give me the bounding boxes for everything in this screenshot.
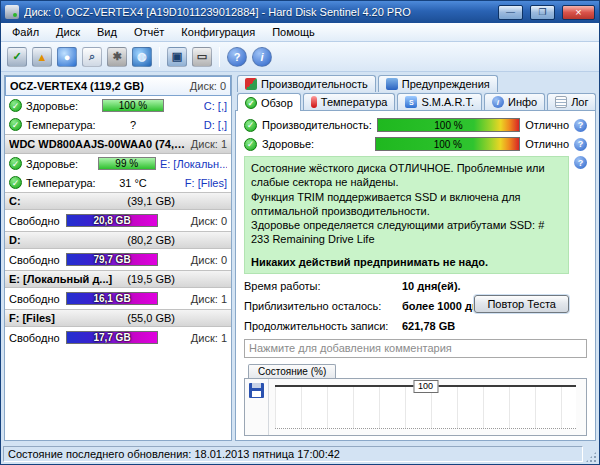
tab-label: Производительность [261,78,368,90]
partition-entry-header[interactable]: F: [Files] (55,0 GB) [5,309,231,327]
status-bar: Состояние последнего обновления: 18.01.2… [1,444,599,464]
partition-letter[interactable]: D: [,] [204,119,227,131]
partition-disk-number: Диск: 1 [191,332,227,344]
partition-size: (19,5 GB) [127,273,175,285]
health-ok-icon: ✓ [9,157,22,170]
chart-plot-area: 100 [275,385,576,429]
minimize-button[interactable]: — [498,5,523,20]
partition-name: D: [9,234,21,246]
written-value: 621,78 GB [402,319,455,334]
menu-item-configuration[interactable]: Конфигурация [173,24,263,40]
partition-free-row: Свободно 79,7 GB Диск: 0 [5,249,231,270]
health-bar: 100 % [102,99,164,112]
tab-performance[interactable]: Производительность [237,75,376,92]
save-chart-icon[interactable] [249,383,264,398]
health-label: Здоровье: [262,138,370,150]
disk-number: Диск: 0 [190,80,226,92]
monitor-icon[interactable]: ▣ [167,47,187,67]
tab-log[interactable]: Лог [547,93,596,110]
chart-value-label: 100 [413,380,438,393]
resize-grip[interactable] [585,451,597,463]
tab-smart[interactable]: S S.M.A.R.T. [397,93,482,110]
chart-box: 100 [244,378,587,436]
info-icon[interactable]: i [252,47,272,67]
written-row: Продолжительность записи: 621,78 GB [244,319,587,334]
performance-label: Производительность: [262,119,372,131]
disk-entry-header[interactable]: OCZ-VERTEX4 (119,2 GB) Диск: 0 [5,76,231,96]
clock-icon[interactable]: ● [57,47,77,67]
globe-icon[interactable]: ◍ [132,47,152,67]
free-label: Свободно [9,254,61,266]
chart-toolbar [245,379,269,435]
tab-label: Обзор [261,97,293,109]
temperature-ok-icon: ✓ [9,176,22,189]
performance-help-icon[interactable]: ? [574,119,587,132]
free-label: Свободно [9,293,61,305]
performance-ok-icon: ✓ [244,119,257,132]
tab-overview[interactable]: ✓ Обзор [237,93,301,111]
health-label: Здоровье: [26,158,94,170]
last-update-status: Состояние последнего обновления: 18.01.2… [3,446,583,462]
tab-temperature[interactable]: Температура [303,93,396,110]
partition-letter[interactable]: C: [,] [204,100,227,112]
close-button[interactable]: × [562,5,595,20]
partition-size: (39,1 GB) [127,195,175,207]
app-window: Диск: 0, OCZ-VERTEX4 [A19D1011239012884]… [0,0,600,465]
menu-item-report[interactable]: Отчёт [126,24,172,40]
status-help-icon[interactable]: ? [574,156,587,169]
partition-entry-header[interactable]: E: [Локальный д...] (19,5 GB) [5,270,231,288]
surface-test-icon[interactable]: ▲ [32,47,52,67]
chart-tab[interactable]: Состояние (%) [248,364,336,378]
partition-size: (80,2 GB) [127,234,175,246]
search-icon[interactable]: ⌕ [82,47,102,67]
health-help-icon[interactable]: ? [574,138,587,151]
main-tab-row: ✓ Обзор Температура S S.M.A.R.T. i Инфо [235,93,596,110]
health-row: ✓ Здоровье: 99 % E: [Локальн...] [5,154,231,173]
partition-letter[interactable]: F: [Files] [185,177,227,189]
retest-button[interactable]: Повтор Теста [474,295,569,313]
toolbar-separator [159,47,160,67]
partition-entry-header[interactable]: D: (80,2 GB) [5,231,231,249]
status-chart: Состояние (%) 100 [244,364,587,436]
check-icon: ✓ [245,97,257,109]
temperature-label: Температура: [26,119,98,131]
log-icon [555,96,567,108]
menu-item-view[interactable]: Вид [89,24,125,40]
alert-icon [386,78,398,90]
toolbar-separator [219,47,220,67]
performance-icon [245,78,257,90]
settings-gear-icon[interactable]: ✱ [107,47,127,67]
info-tab-icon: i [492,96,504,108]
partition-letter[interactable]: E: [Локальн...] [160,158,227,170]
tab-alerts[interactable]: Предупреждения [378,75,498,92]
temperature-value: ? [102,119,164,131]
menu-item-file[interactable]: Файл [4,24,47,40]
tab-info[interactable]: i Инфо [484,93,545,110]
remaining-label: Приблизительно осталось: [244,299,402,314]
free-space-bar: 16,1 GB [66,292,158,305]
disk-status-textbox: Состояние жёсткого диска ОТЛИЧНОЕ. Пробл… [244,156,569,274]
detail-panel: Производительность Предупреждения ✓ Обзо… [235,75,596,441]
menu-item-help[interactable]: Помощь [264,24,323,40]
tab-label: S.M.A.R.T. [421,96,474,108]
overview-content: ✓ Производительность: 100 % Отлично ? ✓ … [235,110,596,441]
tab-label: Температура [321,96,388,108]
temperature-ok-icon: ✓ [9,118,22,131]
partition-free-row: Свободно 17,7 GB Диск: 1 [5,327,231,348]
help-icon[interactable]: ? [227,47,247,67]
disk-entry-header[interactable]: WDC WD800AAJS-00WAA0 (74,5 GB) Диск: 1 [5,134,231,154]
partition-free-row: Свободно 20,8 GB Диск: 0 [5,210,231,231]
temperature-row: ✓ Температура: 31 °C F: [Files] [5,173,231,192]
partition-entry-header[interactable]: C: (39,1 GB) [5,192,231,210]
partition-disk-number: Диск: 1 [191,293,227,305]
toolbar: ✓ ▲ ● ⌕ ✱ ◍ ▣ ▭ ? i [1,42,599,72]
partition-disk-number: Диск: 0 [191,215,227,227]
status-text-row: Состояние жёсткого диска ОТЛИЧНОЕ. Пробл… [244,156,587,274]
disk-name: WDC WD800AAJS-00WAA0 (74,5 GB) [9,138,187,150]
temperature-label: Температура: [26,177,98,189]
usb-device-icon[interactable]: ▭ [192,47,212,67]
maximize-button[interactable]: ❐ [530,5,555,20]
disk-status-icon[interactable]: ✓ [7,47,27,67]
comment-input[interactable] [244,339,587,358]
menu-item-disk[interactable]: Диск [48,24,88,40]
